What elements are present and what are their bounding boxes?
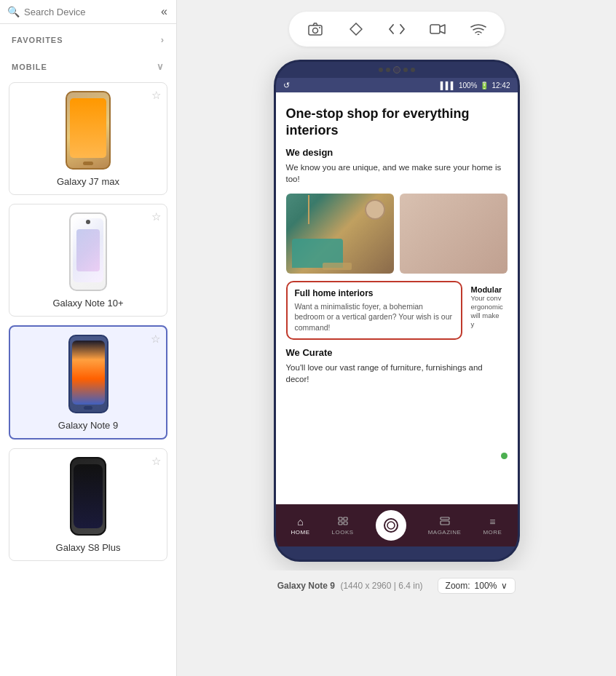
zoom-label: Zoom: xyxy=(446,581,470,591)
favorites-label: FAVORITES xyxy=(12,36,63,44)
looks-nav-label: LOOKS xyxy=(332,529,354,536)
nav-item-center[interactable] xyxy=(376,510,406,541)
feature-card-side-text: Your conv ergonomic will make y xyxy=(471,294,505,329)
device-card-galaxy-note-9[interactable]: ☆ Galaxy Note 9 xyxy=(9,325,167,440)
nav-item-more[interactable]: ≡ MORE xyxy=(483,516,502,536)
battery-icon: 🔋 xyxy=(480,81,489,90)
app-hero-title: One-stop shop for everything interiors xyxy=(286,106,508,138)
app-content: One-stop shop for everything interiors W… xyxy=(276,92,518,504)
device-name-note10: Galaxy Note 10+ xyxy=(52,298,123,309)
search-icon: 🔍 xyxy=(7,6,20,17)
camera-button[interactable] xyxy=(304,17,327,41)
zoom-value: 100% xyxy=(475,581,497,591)
status-right: ▌▌▌ 100% 🔋 12:42 xyxy=(441,81,510,90)
lamp-decoration xyxy=(308,195,309,224)
center-nav-button[interactable] xyxy=(376,510,406,541)
nav-item-home[interactable]: ⌂ HOME xyxy=(291,516,310,536)
app-section1-text: We know you are unique, and we make sure… xyxy=(286,162,508,185)
app-section2-text: You'll love our vast range of furniture,… xyxy=(286,362,508,385)
feature-card-main-text: Want a minimalistic foyer, a bohemian be… xyxy=(295,301,454,333)
phone-frame-wrap: ↺ ▌▌▌ 100% 🔋 12:42 One-stop shop for eve… xyxy=(274,60,520,562)
star-button-s8plus[interactable]: ☆ xyxy=(151,455,161,468)
device-name-j7: Galaxy J7 max xyxy=(57,176,119,187)
device-card-galaxy-s8-plus[interactable]: ☆ Galaxy S8 Plus xyxy=(9,448,167,561)
magazine-nav-icon xyxy=(440,516,450,528)
device-image-note9 xyxy=(59,334,117,414)
interior-images-row xyxy=(286,194,508,274)
shapes-button[interactable] xyxy=(344,17,368,41)
sensor-dot-3 xyxy=(403,68,408,72)
zoom-chevron-icon: ∨ xyxy=(501,581,508,591)
device-info-label: Galaxy Note 9 (1440 x 2960 | 6.4 in) xyxy=(277,581,423,591)
svg-marker-3 xyxy=(350,23,362,35)
toolbar xyxy=(289,12,505,47)
home-nav-label: HOME xyxy=(291,529,310,536)
nav-item-looks[interactable]: LOOKS xyxy=(332,516,354,536)
phone-bottom-nav: ⌂ HOME LOOKS xyxy=(276,504,518,546)
star-button-j7[interactable]: ☆ xyxy=(151,89,161,102)
device-name-note9: Galaxy Note 9 xyxy=(58,420,118,431)
svg-point-2 xyxy=(319,27,320,28)
search-input[interactable] xyxy=(24,7,159,17)
svg-point-10 xyxy=(384,519,398,532)
svg-rect-6 xyxy=(339,517,342,520)
curate-section: We Curate You'll love our vast range of … xyxy=(286,347,508,385)
svg-rect-8 xyxy=(339,522,342,525)
interior-image-side xyxy=(400,194,508,274)
feature-card-side-title: Modular xyxy=(471,285,505,294)
favorites-section-header: FAVORITES › xyxy=(0,24,176,51)
svg-point-1 xyxy=(312,28,317,33)
zoom-control[interactable]: Zoom: 100% ∨ xyxy=(438,578,516,594)
table-decoration xyxy=(323,263,352,270)
sensor-dot-2 xyxy=(386,68,390,72)
nav-item-magazine[interactable]: MAGAZINE xyxy=(428,516,462,536)
phone-sensors xyxy=(379,66,415,73)
mirror-decoration xyxy=(365,199,385,220)
app-section2-title: We Curate xyxy=(286,347,508,358)
phone-bottom-chin xyxy=(276,546,518,560)
feature-cards-row: Full home interiors Want a minimalistic … xyxy=(286,281,508,340)
status-back-icon: ↺ xyxy=(283,81,290,90)
device-name-s8plus: Galaxy S8 Plus xyxy=(56,542,121,553)
star-button-note9[interactable]: ☆ xyxy=(151,333,160,346)
device-image-note10 xyxy=(59,212,117,292)
svg-rect-7 xyxy=(344,517,347,520)
video-button[interactable] xyxy=(426,17,449,41)
home-nav-icon: ⌂ xyxy=(297,516,303,528)
svg-rect-4 xyxy=(430,25,440,33)
svg-point-5 xyxy=(477,34,479,36)
more-nav-label: MORE xyxy=(483,529,502,536)
status-left: ↺ xyxy=(283,81,290,90)
sensor-dot-1 xyxy=(379,68,383,72)
phone-status-bar: ↺ ▌▌▌ 100% 🔋 12:42 xyxy=(276,78,518,92)
interior-image-main xyxy=(286,194,394,274)
mobile-section-header: MOBILE ∨ xyxy=(0,51,176,78)
signal-icon: ▌▌▌ xyxy=(441,81,456,90)
phone-frame: ↺ ▌▌▌ 100% 🔋 12:42 One-stop shop for eve… xyxy=(274,60,520,562)
feature-card-main: Full home interiors Want a minimalistic … xyxy=(286,281,462,340)
sensor-camera xyxy=(393,66,400,73)
app-section1-title: We design xyxy=(286,147,508,158)
wifi-button[interactable] xyxy=(467,17,490,41)
sidebar-collapse-button[interactable]: « xyxy=(159,5,169,18)
looks-nav-icon xyxy=(338,516,348,528)
svg-rect-12 xyxy=(441,517,449,520)
favorites-chevron[interactable]: › xyxy=(161,34,165,45)
device-image-s8plus xyxy=(59,456,117,536)
svg-rect-9 xyxy=(344,522,347,525)
device-image-j7 xyxy=(59,90,117,170)
time-display: 12:42 xyxy=(491,81,510,90)
device-card-galaxy-note-10plus[interactable]: ☆ Galaxy Note 10+ xyxy=(9,204,167,317)
feature-card-main-title: Full home interiors xyxy=(295,288,454,298)
svg-rect-13 xyxy=(441,521,449,525)
search-bar: 🔍 « xyxy=(0,0,176,24)
mobile-label: MOBILE xyxy=(12,63,47,71)
main-area: ↺ ▌▌▌ 100% 🔋 12:42 One-stop shop for eve… xyxy=(177,0,616,676)
sidebar: 🔍 « FAVORITES › MOBILE ∨ ☆ Galaxy J7 max… xyxy=(0,0,177,676)
more-nav-icon: ≡ xyxy=(489,516,495,528)
device-card-galaxy-j7-max[interactable]: ☆ Galaxy J7 max xyxy=(9,82,167,195)
star-button-note10[interactable]: ☆ xyxy=(151,210,161,223)
mobile-chevron[interactable]: ∨ xyxy=(157,61,165,72)
battery-status: 100% xyxy=(459,81,478,90)
code-button[interactable] xyxy=(385,17,408,41)
